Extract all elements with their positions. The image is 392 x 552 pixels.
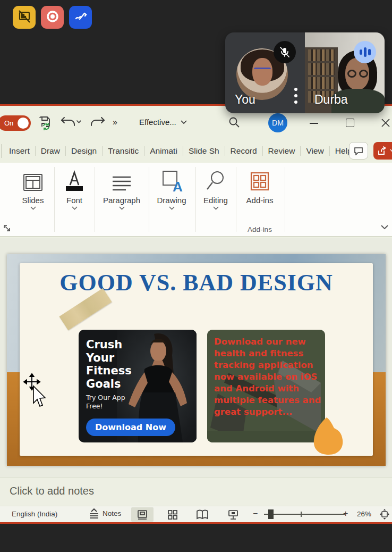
autosave-toggle[interactable]: On (0, 115, 31, 131)
svg-text:A: A (173, 179, 183, 193)
tab-animations[interactable]: Animati (144, 146, 183, 156)
close-button[interactable] (381, 118, 390, 130)
ribbon-expand-icon[interactable] (3, 224, 12, 235)
good-design-ad[interactable]: Crush Your Fitness Goals Try Our App Fre… (79, 330, 197, 442)
slide-title[interactable]: GOOD VS. BAD DESIGN (7, 269, 386, 296)
comment-icon (354, 147, 363, 155)
share-icon (377, 146, 388, 156)
maximize-button[interactable] (346, 119, 354, 127)
slideshow-off-button[interactable] (13, 6, 36, 29)
undo-button[interactable] (59, 114, 81, 130)
call-tile-you[interactable]: You (225, 32, 305, 113)
ribbon-group-drawing[interactable]: A Drawing (150, 167, 193, 210)
slide-sorter-button[interactable] (161, 507, 184, 522)
editing-magnifier-icon (205, 167, 226, 193)
tab-record[interactable]: Record (225, 146, 262, 156)
normal-view-button[interactable] (131, 507, 154, 522)
status-bar: English (India) Notes − + 26% (0, 506, 392, 522)
chevron-down-icon (169, 206, 175, 210)
reading-view-icon (196, 509, 209, 520)
peer-glasses-right (359, 70, 368, 78)
slideshow-view-button[interactable] (222, 507, 244, 522)
slideshow-off-icon (18, 10, 31, 26)
ribbon-group-paragraph[interactable]: Paragraph (97, 167, 147, 210)
good-ad-headline: Crush Your Fitness Goals (86, 338, 141, 390)
ribbon-group-addins[interactable]: Add-ins (238, 167, 282, 205)
more-commands-button[interactable]: » (113, 118, 117, 127)
annotate-button[interactable] (69, 6, 92, 29)
zoom-slider-handle[interactable] (268, 509, 274, 519)
fit-slide-to-window-button[interactable] (379, 508, 390, 522)
call-overlay: You Durba (225, 32, 385, 113)
record-button[interactable] (41, 6, 64, 29)
you-label: You (235, 93, 255, 107)
addins-grid-icon (249, 167, 271, 193)
group-divider (285, 167, 285, 232)
group-label: Slides (22, 196, 44, 205)
ribbon-group-editing[interactable]: Editing (197, 167, 235, 210)
account-avatar[interactable]: DM (268, 113, 287, 132)
drawing-icon: A (160, 167, 183, 193)
autosave-knob (18, 118, 29, 129)
ribbon-collapse-chevron[interactable] (380, 222, 389, 232)
tab-clipped[interactable] (0, 144, 2, 158)
mic-muted-badge (274, 41, 296, 63)
search-icon (228, 116, 241, 129)
group-label: Font (66, 196, 82, 205)
slideshow-icon (227, 509, 239, 520)
ribbon-group-font[interactable]: Font (55, 167, 93, 210)
group-label: Drawing (157, 196, 186, 205)
tab-view[interactable]: View (300, 146, 329, 156)
notes-toggle-button[interactable]: Notes (88, 508, 121, 518)
language-indicator[interactable]: English (India) (12, 510, 57, 518)
tab-slideshow[interactable]: Slide Sh (183, 146, 225, 156)
record-icon (46, 10, 59, 26)
redo-button[interactable] (88, 114, 106, 130)
window-bottom-border (0, 522, 392, 524)
chevron-down-icon (72, 206, 78, 210)
tab-transitions[interactable]: Transitic (102, 146, 144, 156)
share-button[interactable] (373, 142, 392, 160)
document-title[interactable]: Effective... (139, 118, 187, 127)
call-tile-peer[interactable]: Durba (305, 32, 385, 113)
zoom-out-button[interactable]: − (253, 509, 258, 518)
zoom-slider-center-tick (301, 512, 302, 517)
reading-view-button[interactable] (191, 507, 214, 522)
group-label: Editing (203, 196, 228, 205)
tab-draw[interactable]: Draw (35, 146, 65, 156)
search-button[interactable] (228, 116, 241, 129)
mic-off-icon (279, 46, 291, 58)
ribbon-group-slides[interactable]: Slides (13, 167, 53, 210)
minimize-button[interactable] (310, 123, 318, 124)
chevron-down-icon (30, 206, 36, 210)
autosave-state-label: On (4, 119, 13, 127)
zoom-slider-track[interactable] (264, 514, 345, 515)
save-button[interactable] (37, 114, 53, 130)
tile-options-menu[interactable] (294, 88, 297, 104)
chevron-down-icon (119, 206, 125, 210)
peer-label: Durba (314, 93, 348, 107)
ribbon: Slides Font Paragraph (0, 163, 392, 237)
download-now-button[interactable]: Download Now (86, 419, 175, 436)
slide-canvas[interactable]: GOOD VS. BAD DESIGN (7, 254, 386, 466)
document-title-text: Effective... (139, 118, 176, 127)
zoom-in-button[interactable]: + (343, 509, 348, 518)
group-label: Paragraph (103, 196, 140, 205)
tab-insert[interactable]: Insert (4, 146, 35, 156)
bad-design-ad[interactable]: Download our new health and fitness trac… (207, 330, 325, 442)
chevron-down-icon (390, 149, 392, 153)
tab-review[interactable]: Review (262, 146, 301, 156)
group-divider (54, 167, 55, 232)
comments-button[interactable] (349, 142, 368, 160)
avatar-initials: DM (272, 119, 284, 127)
good-ad-subtext: Try Our App Free! (86, 394, 139, 411)
orange-hand-decoration (311, 416, 345, 458)
notes-icon (88, 508, 100, 518)
tab-design[interactable]: Design (65, 146, 102, 156)
notes-placeholder: Click to add notes (10, 485, 94, 497)
group-divider (195, 167, 196, 232)
move-cursor (23, 372, 48, 411)
notes-panel[interactable]: Click to add notes (0, 478, 392, 506)
zoom-level[interactable]: 26% (357, 510, 371, 518)
group-label: Add-ins (246, 196, 274, 205)
